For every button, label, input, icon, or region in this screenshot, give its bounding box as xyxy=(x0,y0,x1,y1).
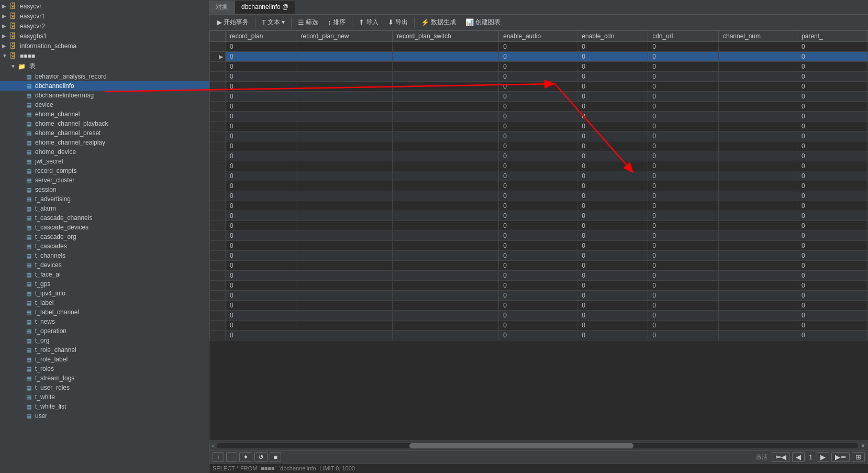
cell-record_plan_switch[interactable] xyxy=(393,271,499,281)
cell-enable_cdn[interactable]: 0 xyxy=(577,311,648,321)
cell-channel_num[interactable] xyxy=(718,42,797,52)
cell-channel_num[interactable] xyxy=(718,221,797,231)
cell-record_plan_switch[interactable] xyxy=(393,281,499,291)
cell-enable_cdn[interactable]: 0 xyxy=(577,122,648,131)
cell-record_plan[interactable]: 0 xyxy=(226,191,296,201)
add-row-button[interactable]: + xyxy=(213,452,224,462)
table-row[interactable]: 00000 xyxy=(210,331,868,340)
cell-channel_num[interactable] xyxy=(718,261,797,271)
sidebar-item-t_cascade_org[interactable]: ▤t_cascade_org xyxy=(0,232,209,241)
cell-record_plan_new[interactable] xyxy=(296,151,393,161)
sidebar-item-t_org[interactable]: ▤t_org xyxy=(0,336,209,345)
cell-channel_num[interactable] xyxy=(718,181,797,191)
table-row[interactable]: 00000 xyxy=(210,131,868,141)
cell-enable_cdn[interactable]: 0 xyxy=(577,191,648,201)
cell-record_plan_switch[interactable] xyxy=(393,141,499,151)
cell-record_plan_switch[interactable] xyxy=(393,171,499,181)
cell-cdn_url[interactable]: 0 xyxy=(648,251,719,261)
cell-record_plan_switch[interactable] xyxy=(393,221,499,231)
tab-target[interactable]: 对象 xyxy=(209,1,235,14)
table-row[interactable]: 00000 xyxy=(210,72,868,82)
cell-parent_[interactable]: 0 xyxy=(797,331,868,340)
cell-parent_[interactable]: 0 xyxy=(797,311,868,321)
cell-enable_audio[interactable]: 0 xyxy=(499,251,577,261)
cell-record_plan_new[interactable] xyxy=(296,251,393,261)
cell-record_plan_switch[interactable] xyxy=(393,301,499,311)
cell-parent_[interactable]: 0 xyxy=(797,201,868,211)
cell-record_plan_switch[interactable] xyxy=(393,82,499,92)
sidebar-item-easycvr1[interactable]: ▶🗄easycvr1 xyxy=(0,11,209,21)
first-page-button[interactable]: ⊨◀ xyxy=(772,452,790,462)
sidebar-item-t_role_channel[interactable]: ▤t_role_channel xyxy=(0,345,209,355)
cell-record_plan_switch[interactable] xyxy=(393,131,499,141)
cell-parent_[interactable]: 0 xyxy=(797,241,868,251)
sidebar-item-record_compts[interactable]: ▤record_compts xyxy=(0,166,209,175)
cell-record_plan[interactable]: 0 xyxy=(226,141,296,151)
table-row[interactable]: 00000 xyxy=(210,151,868,161)
cell-record_plan_switch[interactable] xyxy=(393,102,499,112)
cell-record_plan_switch[interactable] xyxy=(393,331,499,340)
cell-record_plan_new[interactable] xyxy=(296,331,393,340)
cell-parent_[interactable]: 0 xyxy=(797,261,868,271)
cell-record_plan_new[interactable] xyxy=(296,301,393,311)
cell-record_plan[interactable]: 0 xyxy=(226,301,296,311)
table-row[interactable]: 00000 xyxy=(210,291,868,301)
table-row[interactable]: 00000 xyxy=(210,42,868,52)
cell-cdn_url[interactable]: 0 xyxy=(648,181,719,191)
cell-record_plan_new[interactable] xyxy=(296,112,393,122)
cell-record_plan_new[interactable] xyxy=(296,321,393,331)
sidebar-item-t_label[interactable]: ▤t_label xyxy=(0,298,209,307)
cell-parent_[interactable]: 0 xyxy=(797,122,868,131)
cell-cdn_url[interactable]: 0 xyxy=(648,72,719,82)
cell-enable_audio[interactable]: 0 xyxy=(499,291,577,301)
cell-record_plan[interactable]: 0 xyxy=(226,181,296,191)
cell-record_plan_switch[interactable] xyxy=(393,122,499,131)
cell-enable_cdn[interactable]: 0 xyxy=(577,42,648,52)
cell-cdn_url[interactable]: 0 xyxy=(648,112,719,122)
table-row[interactable]: 00000 xyxy=(210,141,868,151)
cell-record_plan_switch[interactable] xyxy=(393,161,499,171)
cell-record_plan[interactable]: 0 xyxy=(226,311,296,321)
cell-record_plan[interactable]: 0 xyxy=(226,72,296,82)
sidebar-item-device[interactable]: ▤device xyxy=(0,100,209,109)
cell-record_plan_new[interactable] xyxy=(296,241,393,251)
cell-enable_audio[interactable]: 0 xyxy=(499,231,577,241)
cell-channel_num[interactable] xyxy=(718,291,797,301)
table-row[interactable]: 00000 xyxy=(210,171,868,181)
cell-cdn_url[interactable]: 0 xyxy=(648,141,719,151)
cell-record_plan[interactable]: 0 xyxy=(226,102,296,112)
cell-parent_[interactable]: 0 xyxy=(797,112,868,122)
grid-col-record_plan_new[interactable]: record_plan_new xyxy=(296,31,393,42)
toolbar-btn-start[interactable]: ▶开始事务 xyxy=(213,17,253,28)
cell-record_plan[interactable]: 0 xyxy=(226,151,296,161)
cell-record_plan_switch[interactable] xyxy=(393,261,499,271)
cell-parent_[interactable]: 0 xyxy=(797,271,868,281)
cell-enable_cdn[interactable]: 0 xyxy=(577,62,648,72)
cell-channel_num[interactable] xyxy=(718,231,797,241)
cell-enable_audio[interactable]: 0 xyxy=(499,301,577,311)
cell-cdn_url[interactable]: 0 xyxy=(648,102,719,112)
cell-record_plan_new[interactable] xyxy=(296,191,393,201)
sidebar-item-t_alarm[interactable]: ▤t_alarm xyxy=(0,204,209,213)
cell-channel_num[interactable] xyxy=(718,151,797,161)
sidebar-item-t_gps[interactable]: ▤t_gps xyxy=(0,279,209,289)
cell-cdn_url[interactable]: 0 xyxy=(648,221,719,231)
table-row[interactable]: 00000 xyxy=(210,62,868,72)
toolbar-btn-sort[interactable]: ↕排序 xyxy=(324,17,350,28)
cell-enable_audio[interactable]: 0 xyxy=(499,151,577,161)
table-row[interactable]: 00000 xyxy=(210,102,868,112)
cell-record_plan_switch[interactable] xyxy=(393,62,499,72)
cell-enable_audio[interactable]: 0 xyxy=(499,92,577,102)
toolbar-btn-chart[interactable]: 📊创建图表 xyxy=(461,17,505,28)
cell-enable_audio[interactable]: 0 xyxy=(499,122,577,131)
cell-enable_cdn[interactable]: 0 xyxy=(577,52,648,62)
cell-record_plan_switch[interactable] xyxy=(393,191,499,201)
table-row[interactable]: 00000 xyxy=(210,82,868,92)
cell-cdn_url[interactable]: 0 xyxy=(648,301,719,311)
cell-channel_num[interactable] xyxy=(718,241,797,251)
cell-enable_audio[interactable]: 0 xyxy=(499,261,577,271)
table-row[interactable]: 00000 xyxy=(210,311,868,321)
cell-cdn_url[interactable]: 0 xyxy=(648,261,719,271)
cell-channel_num[interactable] xyxy=(718,191,797,201)
cell-enable_cdn[interactable]: 0 xyxy=(577,331,648,340)
